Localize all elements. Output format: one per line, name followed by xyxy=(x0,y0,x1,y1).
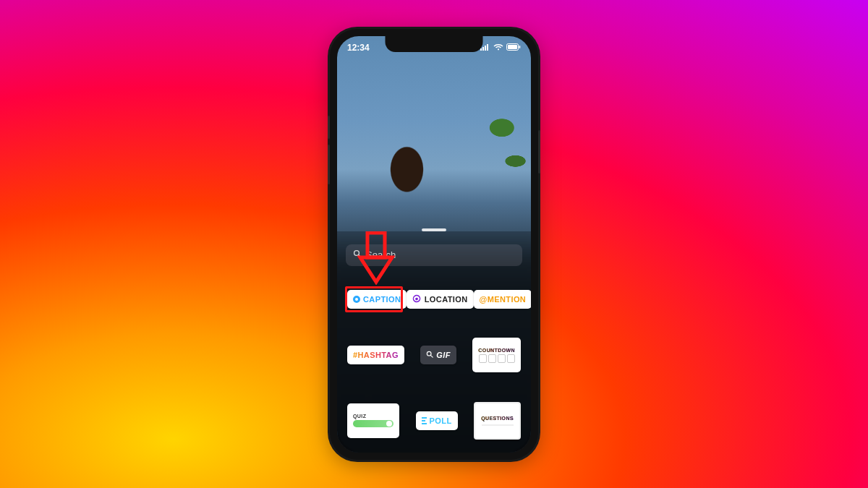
battery-icon xyxy=(506,43,521,53)
sticker-caption[interactable]: CAPTION xyxy=(347,290,407,309)
sticker-label: POLL xyxy=(430,416,452,425)
location-pin-icon: ⦿ xyxy=(412,294,421,304)
sticker-grid: CAPTION ⦿ LOCATION @MENTION #HASHTAG xyxy=(337,286,531,446)
sticker-quiz[interactable]: QUIZ xyxy=(347,403,399,438)
svg-rect-2 xyxy=(485,46,486,51)
countdown-icon xyxy=(479,354,515,363)
gradient-background: 12:34 xyxy=(0,0,868,488)
wifi-icon xyxy=(493,43,503,53)
svg-line-11 xyxy=(431,356,433,358)
sticker-mention[interactable]: @MENTION xyxy=(474,290,531,309)
svg-rect-7 xyxy=(519,46,521,48)
search-placeholder: Search xyxy=(366,249,396,260)
search-icon xyxy=(353,249,362,260)
sticker-gif[interactable]: GIF xyxy=(420,346,456,364)
svg-line-9 xyxy=(359,255,361,257)
sticker-location[interactable]: ⦿ LOCATION xyxy=(407,290,473,309)
status-time: 12:34 xyxy=(347,43,370,53)
sticker-label: QUIZ xyxy=(353,414,366,419)
poll-icon xyxy=(422,417,427,424)
phone-notch xyxy=(386,36,483,52)
questions-icon xyxy=(482,424,514,426)
phone-screen: 12:34 xyxy=(337,36,531,453)
sticker-search-input[interactable]: Search xyxy=(346,244,522,266)
svg-rect-3 xyxy=(487,44,488,51)
search-icon xyxy=(426,351,433,359)
sticker-label: @MENTION xyxy=(480,295,527,304)
quiz-icon xyxy=(353,420,393,427)
sticker-label: GIF xyxy=(436,351,451,359)
phone-frame: 12:34 xyxy=(330,29,538,460)
svg-rect-1 xyxy=(482,47,484,51)
sticker-hashtag[interactable]: #HASHTAG xyxy=(347,346,404,364)
sticker-label: #HASHTAG xyxy=(353,351,399,359)
svg-point-4 xyxy=(498,48,499,50)
sticker-label: COUNTDOWN xyxy=(478,348,515,353)
sticker-label: CAPTION xyxy=(363,295,401,304)
sticker-countdown[interactable]: COUNTDOWN xyxy=(472,338,521,372)
sheet-drag-handle[interactable] xyxy=(422,228,446,231)
sticker-questions[interactable]: QUESTIONS xyxy=(474,402,521,440)
svg-rect-0 xyxy=(480,48,482,51)
caption-icon xyxy=(353,296,360,303)
sticker-poll[interactable]: POLL xyxy=(416,411,458,430)
sticker-label: QUESTIONS xyxy=(481,416,514,421)
sticker-label: LOCATION xyxy=(425,295,468,304)
svg-rect-6 xyxy=(508,45,517,49)
